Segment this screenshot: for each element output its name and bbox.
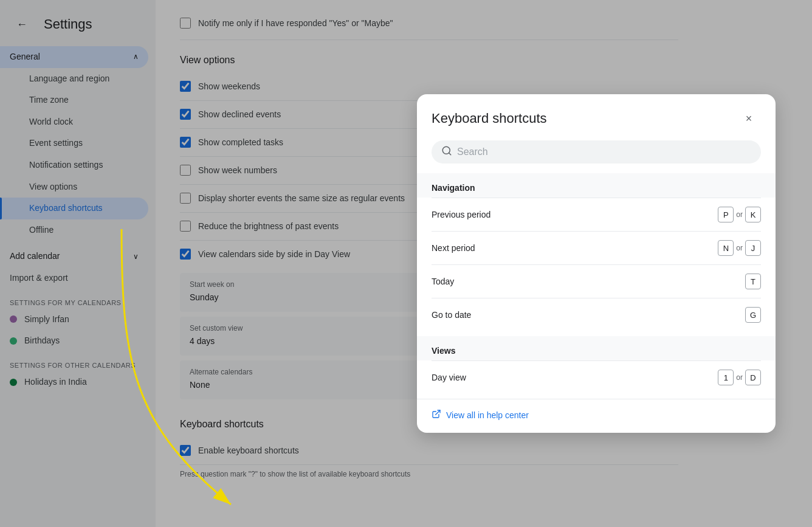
navigation-section-title: Navigation [432,176,761,198]
shortcut-row-dayview: Day view 1 or D [432,360,761,394]
shortcut-name-next: Next period [432,243,475,253]
modal-body: Navigation Previous period P or K Next p… [417,173,776,394]
modal-search-container [432,140,761,164]
shortcut-name-gotodate: Go to date [432,310,471,320]
views-section-title: Views [432,339,761,360]
search-icon [441,145,452,159]
search-input[interactable] [457,146,751,157]
svg-line-2 [436,410,440,415]
shortcut-keys-gotodate: G [745,307,761,323]
key-n: N [718,240,734,256]
key-k: K [745,207,761,222]
help-center-label: View all in help center [446,410,529,420]
shortcut-keys-today: T [745,274,761,289]
nav-section-bg: Navigation [417,173,776,198]
keyboard-shortcuts-modal: Keyboard shortcuts × Navigation Previous… [417,94,776,433]
key-1: 1 [718,370,734,385]
modal-header: Keyboard shortcuts × [417,94,776,140]
key-d: D [745,370,761,385]
shortcut-row-today: Today T [432,264,761,298]
shortcut-keys-next: N or J [718,240,761,256]
key-t: T [745,274,761,289]
shortcut-keys-dayview: 1 or D [718,370,761,385]
help-center-link[interactable]: View all in help center [432,409,761,421]
or-text-1: or [736,244,743,252]
shortcut-row-next: Next period N or J [432,231,761,264]
or-text-0: or [736,210,743,219]
external-link-icon [432,409,441,421]
shortcut-row-gotodate: Go to date G [432,298,761,331]
svg-line-1 [449,153,450,154]
views-shortcuts-list: Day view 1 or D [432,360,761,394]
key-p: P [718,207,734,222]
shortcut-name-dayview: Day view [432,373,466,382]
navigation-shortcuts-list: Previous period P or K Next period N or … [432,198,761,331]
shortcut-name-today: Today [432,277,454,286]
modal-title: Keyboard shortcuts [432,111,547,126]
shortcut-keys-previous: P or K [718,207,761,222]
shortcut-name-previous: Previous period [432,210,490,219]
key-j: J [745,240,761,256]
views-section-bg: Views [417,336,776,360]
key-g: G [745,307,761,323]
modal-footer: View all in help center [417,399,776,433]
or-text-2: or [736,373,743,382]
shortcut-row-previous: Previous period P or K [432,198,761,231]
modal-close-button[interactable]: × [737,106,761,131]
